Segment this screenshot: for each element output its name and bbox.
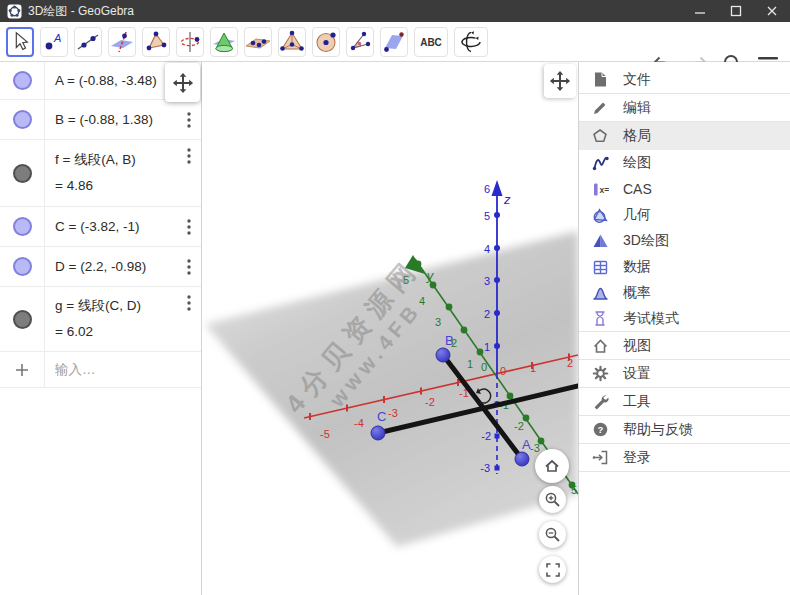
menu-item-graphing[interactable]: 绘图 xyxy=(579,150,790,176)
minimize-button[interactable] xyxy=(682,0,718,22)
menu-item-geometry[interactable]: 几何 xyxy=(579,202,790,228)
row-options-icon[interactable] xyxy=(187,295,191,311)
text-icon: ABC xyxy=(416,29,446,55)
file-icon xyxy=(591,71,609,89)
tool-rotate-view-button[interactable] xyxy=(454,27,488,57)
svg-text:5: 5 xyxy=(403,274,409,286)
tool-text-button[interactable]: ABC xyxy=(414,27,448,57)
svg-text:4: 4 xyxy=(419,295,425,307)
algebra-row-A[interactable]: A = (-0.88, -3.48) xyxy=(0,62,201,100)
svg-text:-2: -2 xyxy=(425,396,435,408)
menu-item-help[interactable]: ? 帮助与反馈 xyxy=(579,416,790,444)
app-window: 3D绘图 - GeoGebra A xyxy=(0,0,790,595)
row-options-icon[interactable] xyxy=(187,259,191,275)
visibility-toggle[interactable] xyxy=(13,217,32,236)
tool-rotation-button[interactable] xyxy=(176,27,204,57)
tool-point-button[interactable]: A xyxy=(40,27,68,57)
graphing-icon xyxy=(591,154,609,172)
visibility-toggle[interactable] xyxy=(13,257,32,276)
tool-pyramid-button[interactable] xyxy=(278,27,306,57)
algebra-input-row[interactable] xyxy=(0,352,201,388)
home-button[interactable] xyxy=(535,449,569,483)
algebra-input[interactable] xyxy=(45,362,185,377)
zoom-in-icon xyxy=(544,491,561,508)
menu-item-tools[interactable]: 工具 xyxy=(579,388,790,416)
pyramid-icon xyxy=(279,29,305,55)
tool-angle-button[interactable] xyxy=(346,27,374,57)
row-options-icon[interactable] xyxy=(187,148,191,164)
point-label-A: A xyxy=(522,437,531,452)
menu-item-exam[interactable]: 考试模式 xyxy=(579,306,790,332)
svg-text:4: 4 xyxy=(484,243,490,255)
algebra-expression: A = (-0.88, -3.48) xyxy=(55,68,157,94)
menu-item-spreadsheet[interactable]: 数据 xyxy=(579,254,790,280)
menu-item-probability[interactable]: 概率 xyxy=(579,280,790,306)
svg-text:ABC: ABC xyxy=(420,37,442,48)
menu-item-views[interactable]: 视图 xyxy=(579,332,790,360)
menu-item-graphing3d[interactable]: 3D绘图 xyxy=(579,228,790,254)
visibility-toggle[interactable] xyxy=(13,110,32,129)
svg-text:z: z xyxy=(503,192,511,207)
algebra-row-B[interactable]: B = (-0.88, 1.38) xyxy=(0,100,201,140)
cursor-icon xyxy=(8,29,32,55)
move-handle-button[interactable] xyxy=(165,63,200,102)
algebra-expression: D = (2.2, -0.98) xyxy=(55,254,146,280)
move-icon xyxy=(172,72,194,94)
tool-polygon-button[interactable] xyxy=(142,27,170,57)
gear-icon xyxy=(591,365,609,383)
fullscreen-button[interactable] xyxy=(539,556,566,583)
menu-item-cas[interactable]: x= CAS xyxy=(579,176,790,202)
svg-text:0: 0 xyxy=(481,361,487,373)
row-options-icon[interactable] xyxy=(187,219,191,235)
polygon-icon xyxy=(143,29,169,55)
point-C xyxy=(371,426,385,440)
tool-plane-line-button[interactable] xyxy=(108,27,136,57)
move-icon xyxy=(549,70,571,92)
graphics-3d-view[interactable]: -5 -4 -3 -2 -1 0 1 2 5 xyxy=(202,62,578,595)
tool-plane-points-button[interactable] xyxy=(244,27,272,57)
signin-icon xyxy=(591,449,609,467)
menu-item-settings[interactable]: 设置 xyxy=(579,360,790,388)
tool-plane-button[interactable] xyxy=(380,27,408,57)
svg-text:-2: -2 xyxy=(514,420,524,432)
svg-text:x=: x= xyxy=(599,185,609,195)
visibility-toggle[interactable] xyxy=(13,310,32,329)
tool-line-button[interactable] xyxy=(74,27,102,57)
svg-text:5: 5 xyxy=(484,210,490,222)
svg-text:?: ? xyxy=(597,424,603,435)
fullscreen-icon xyxy=(545,562,561,578)
graphing3d-icon xyxy=(591,232,609,250)
zoom-in-button[interactable] xyxy=(539,486,566,513)
algebra-value: = 6.02 xyxy=(55,319,141,345)
svg-text:3: 3 xyxy=(484,275,490,287)
close-button[interactable] xyxy=(754,0,790,22)
algebra-expression: C = (-3.82, -1) xyxy=(55,214,139,240)
tool-sphere-button[interactable] xyxy=(312,27,340,57)
menu-item-edit[interactable]: 编辑 xyxy=(579,94,790,122)
zoom-out-icon xyxy=(544,526,561,543)
algebra-row-g[interactable]: g = 线段(C, D) = 6.02 xyxy=(0,287,201,352)
plane-icon xyxy=(381,29,407,55)
point-label-B: B xyxy=(445,333,454,348)
row-options-icon[interactable] xyxy=(187,112,191,128)
visibility-toggle[interactable] xyxy=(13,71,32,90)
menu-item-signin[interactable]: 登录 xyxy=(579,444,790,472)
window-title: 3D绘图 - GeoGebra xyxy=(28,3,134,20)
algebra-row-D[interactable]: D = (2.2, -0.98) xyxy=(0,247,201,287)
cone-icon xyxy=(211,29,237,55)
algebra-row-f[interactable]: f = 线段(A, B) = 4.86 xyxy=(0,140,201,207)
tool-move-button[interactable] xyxy=(6,27,34,57)
plus-icon xyxy=(14,362,30,378)
algebra-row-C[interactable]: C = (-3.82, -1) xyxy=(0,207,201,247)
zoom-out-button[interactable] xyxy=(539,521,566,548)
menu-item-layout[interactable]: 格局 xyxy=(579,122,790,150)
move-view-button[interactable] xyxy=(544,64,576,98)
visibility-toggle[interactable] xyxy=(13,164,32,183)
spreadsheet-icon xyxy=(591,258,609,276)
algebra-panel: A = (-0.88, -3.48) B = (-0.88, 1.38) f =… xyxy=(0,62,202,595)
maximize-button[interactable] xyxy=(718,0,754,22)
menu-item-file[interactable]: 文件 xyxy=(579,66,790,94)
cas-icon: x= xyxy=(591,180,609,198)
pencil-icon xyxy=(591,99,609,117)
tool-cone-button[interactable] xyxy=(210,27,238,57)
